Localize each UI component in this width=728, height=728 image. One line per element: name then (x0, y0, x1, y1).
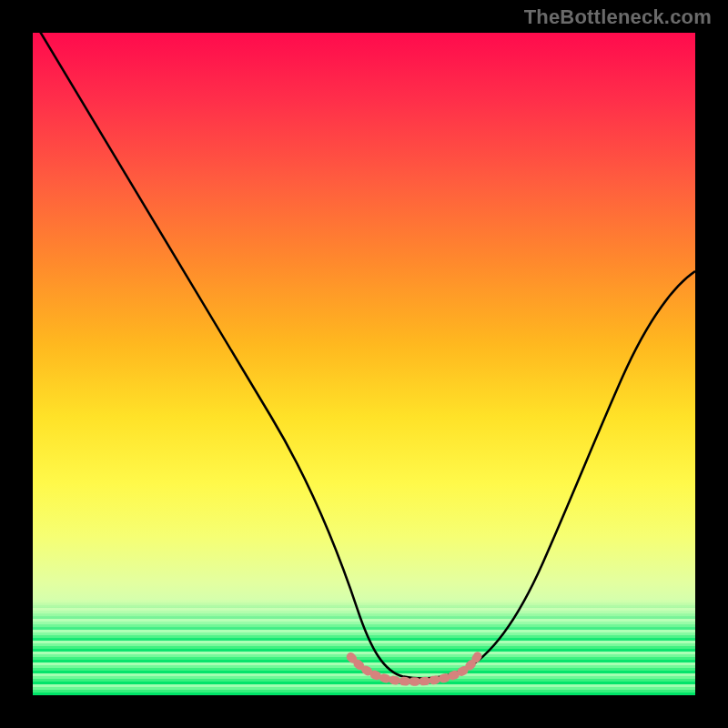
floor-mark (350, 655, 478, 682)
bottleneck-curve (33, 33, 695, 679)
plot-area (33, 33, 695, 695)
watermark-text: TheBottleneck.com (524, 5, 712, 29)
curve-layer (33, 33, 695, 695)
chart-container: TheBottleneck.com (0, 0, 728, 728)
